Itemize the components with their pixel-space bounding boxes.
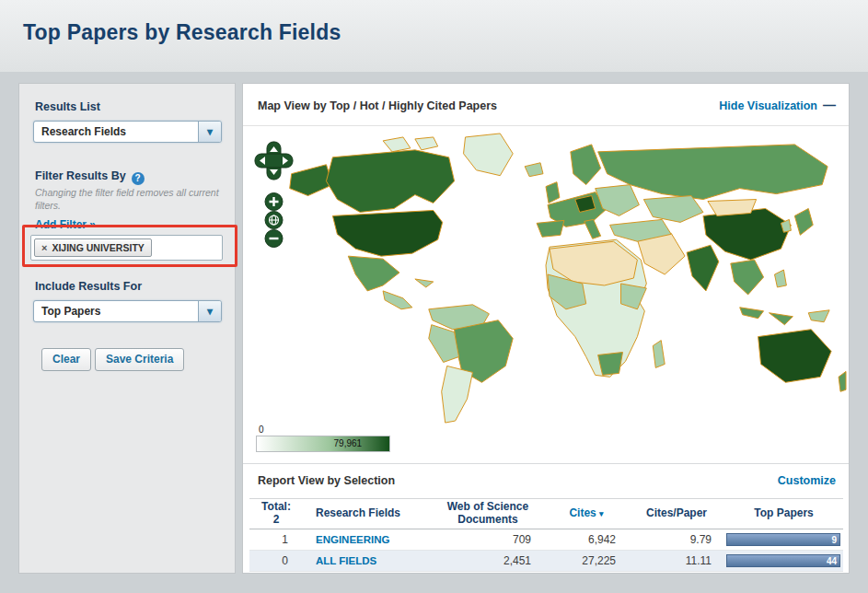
top-papers-cell: 44 xyxy=(724,554,843,567)
cites-per-paper-value: 9.79 xyxy=(629,533,724,546)
map-region[interactable] xyxy=(383,137,411,152)
legend-max-label: 79,961 xyxy=(334,438,363,448)
report-table: Total: 2 Research Fields Web of Science … xyxy=(249,498,843,572)
research-field-link[interactable]: ALL FIELDS xyxy=(303,555,432,566)
hide-visualization-link[interactable]: Hide Visualization xyxy=(719,99,817,112)
map-countries[interactable] xyxy=(290,134,846,423)
table-row: 0 ALL FIELDS 2,451 27,225 11.11 44 xyxy=(249,551,843,572)
map-region[interactable] xyxy=(731,260,764,295)
map-area xyxy=(245,128,847,430)
col-header-cites-sort[interactable]: Cites ▾ xyxy=(544,507,629,520)
country-mongolia[interactable] xyxy=(708,200,757,216)
page-header: Top Papers by Research Fields xyxy=(0,0,868,72)
add-filter-link[interactable]: Add Filter » xyxy=(35,218,96,231)
map-region[interactable] xyxy=(770,313,793,325)
sidebar: Results List Research Fields ▾ Filter Re… xyxy=(18,83,236,574)
page-title: Top Papers by Research Fields xyxy=(23,20,341,45)
pan-control[interactable] xyxy=(255,142,293,180)
cites-value: 27,225 xyxy=(544,554,629,567)
total-count: 2 xyxy=(249,514,303,527)
map-region[interactable] xyxy=(415,279,434,287)
cites-per-paper-value: 11.11 xyxy=(629,554,724,567)
country-canada[interactable] xyxy=(326,150,454,213)
wos-documents-value: 2,451 xyxy=(432,554,544,567)
map-region[interactable] xyxy=(383,291,412,309)
country-uk[interactable] xyxy=(546,182,560,203)
map-zoom-controls[interactable] xyxy=(254,141,295,257)
country-japan[interactable] xyxy=(794,208,813,235)
research-field-link[interactable]: ENGINEERING xyxy=(303,534,432,545)
col-header-total: Total: 2 xyxy=(249,501,303,527)
filter-tag-label: XIJING UNIVERSITY xyxy=(52,242,144,253)
table-header-row: Total: 2 Research Fields Web of Science … xyxy=(249,498,843,529)
country-spain[interactable] xyxy=(537,220,564,237)
col-header-cites-per-paper: Cites/Paper xyxy=(629,507,724,520)
map-region[interactable] xyxy=(415,137,438,150)
filter-results-label: Filter Results By? xyxy=(35,169,145,185)
map-region[interactable] xyxy=(621,284,647,309)
top-papers-bar[interactable]: 44 xyxy=(726,554,840,567)
col-header-research-fields: Research Fields xyxy=(303,507,432,520)
chevron-down-icon[interactable]: ▾ xyxy=(198,122,221,142)
clear-button[interactable]: Clear xyxy=(41,348,91,371)
include-results-label: Include Results For xyxy=(35,280,142,293)
filter-note: Changing the filter field removes all cu… xyxy=(35,187,223,212)
top-papers-bar[interactable]: 9 xyxy=(726,533,840,546)
country-madagascar[interactable] xyxy=(653,341,665,368)
country-australia[interactable] xyxy=(758,330,832,383)
results-list-dropdown[interactable]: Research Fields ▾ xyxy=(33,121,222,143)
help-icon[interactable]: ? xyxy=(132,172,145,185)
include-results-value: Top Papers xyxy=(34,305,198,318)
map-region[interactable] xyxy=(643,196,703,223)
col-header-wos-documents: Web of Science Documents xyxy=(432,501,544,527)
top-papers-cell: 9 xyxy=(724,533,843,546)
esi-page: Top Papers by Research Fields Results Li… xyxy=(0,0,868,593)
filter-tag[interactable]: × XIJING UNIVERSITY xyxy=(34,238,152,257)
legend-min-label: 0 xyxy=(259,424,264,435)
country-new-zealand[interactable] xyxy=(839,371,846,391)
customize-link[interactable]: Customize xyxy=(778,474,836,487)
chevron-down-icon[interactable]: ▾ xyxy=(198,301,221,321)
main-panel: Map View by Top / Hot / Highly Cited Pap… xyxy=(242,83,850,574)
country-india[interactable] xyxy=(687,245,719,291)
filter-results-label-text: Filter Results By xyxy=(35,169,126,182)
results-list-label: Results List xyxy=(35,100,100,113)
zoom-in-button[interactable] xyxy=(265,193,283,211)
table-row: 1 ENGINEERING 709 6,942 9.79 9 xyxy=(249,529,843,551)
sort-caret-icon: ▾ xyxy=(599,509,604,518)
world-map[interactable] xyxy=(245,128,847,430)
country-mexico[interactable] xyxy=(348,256,399,291)
remove-filter-icon[interactable]: × xyxy=(41,242,47,253)
include-results-dropdown[interactable]: Top Papers ▾ xyxy=(33,300,222,322)
save-criteria-button[interactable]: Save Criteria xyxy=(95,348,184,371)
country-greenland[interactable] xyxy=(464,134,514,176)
map-region[interactable] xyxy=(525,163,543,177)
country-south-africa[interactable] xyxy=(598,353,623,376)
map-color-legend: 0 79,961 xyxy=(256,436,390,452)
wos-line2: Documents xyxy=(432,514,544,527)
total-label: Total: xyxy=(249,501,303,514)
wos-documents-value: 709 xyxy=(432,533,544,546)
country-china[interactable] xyxy=(703,208,791,260)
divider xyxy=(243,463,849,464)
map-region[interactable] xyxy=(571,145,601,185)
country-argentina[interactable] xyxy=(442,366,473,423)
map-view-title: Map View by Top / Hot / Highly Cited Pap… xyxy=(258,99,497,112)
map-region[interactable] xyxy=(808,310,829,322)
filter-input-box[interactable]: × XIJING UNIVERSITY xyxy=(30,235,223,261)
country-italy[interactable] xyxy=(584,219,601,238)
cites-label: Cites xyxy=(569,506,596,519)
country-indonesia[interactable] xyxy=(740,308,764,319)
divider xyxy=(243,125,849,126)
cites-value: 6,942 xyxy=(544,533,629,546)
col-header-top-papers: Top Papers xyxy=(724,507,843,520)
row-total: 1 xyxy=(249,533,303,546)
row-total: 0 xyxy=(249,554,303,567)
collapse-minus-icon[interactable]: — xyxy=(823,98,836,112)
zoom-out-button[interactable] xyxy=(265,230,283,248)
globe-button[interactable] xyxy=(265,212,283,229)
wos-line1: Web of Science xyxy=(432,501,544,514)
country-usa[interactable] xyxy=(332,210,442,256)
results-list-value: Research Fields xyxy=(34,125,198,138)
map-region[interactable] xyxy=(774,270,786,287)
